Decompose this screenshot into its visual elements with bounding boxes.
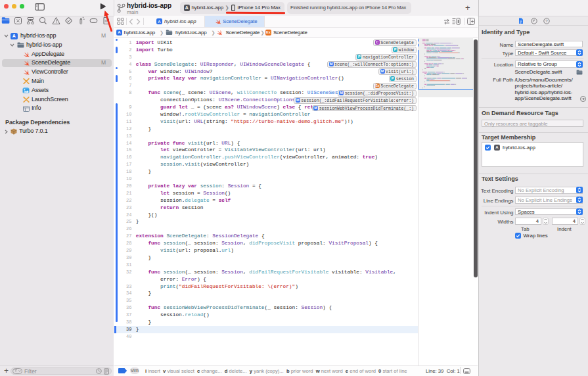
- svg-text:?: ?: [545, 19, 548, 23]
